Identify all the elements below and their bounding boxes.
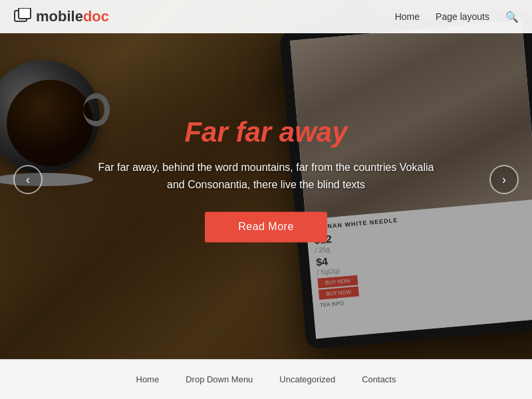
- hero-content: Far far away Far far away, behind the wo…: [93, 116, 439, 242]
- nav-page-layouts[interactable]: Page layouts: [436, 11, 489, 22]
- site-logo[interactable]: mobiledoc: [13, 8, 109, 25]
- logo-text-doc: doc: [83, 8, 109, 25]
- read-more-button[interactable]: Read More: [205, 212, 327, 243]
- search-icon[interactable]: 🔍: [505, 11, 519, 23]
- svg-rect-2: [20, 9, 29, 17]
- chevron-left-icon: ‹: [26, 173, 30, 187]
- logo-icon: [13, 8, 33, 25]
- carousel-next-button[interactable]: ›: [489, 165, 519, 194]
- nav-home[interactable]: Home: [395, 11, 420, 22]
- site-header: mobiledoc Home Page layouts 🔍: [0, 0, 532, 33]
- footer-nav-item-1[interactable]: Drop Down Menu: [186, 374, 253, 384]
- logo-text-mobile: mobile: [36, 8, 83, 25]
- chevron-right-icon: ›: [502, 173, 506, 187]
- site-footer: HomeDrop Down MenuUncategorizedContacts: [0, 359, 532, 399]
- footer-nav-item-2[interactable]: Uncategorized: [279, 374, 335, 384]
- main-nav: Home Page layouts 🔍: [395, 11, 519, 23]
- hero-section: YUNNAN WHITE NEEDLE $12 / 25g $4 / 5g(2g…: [0, 0, 532, 359]
- footer-nav-item-3[interactable]: Contacts: [362, 374, 396, 384]
- carousel-prev-button[interactable]: ‹: [13, 165, 43, 194]
- hero-title: Far far away: [93, 116, 439, 148]
- footer-nav-item-0[interactable]: Home: [136, 374, 160, 384]
- hero-subtitle: Far far away, behind the word mountains,…: [93, 159, 439, 193]
